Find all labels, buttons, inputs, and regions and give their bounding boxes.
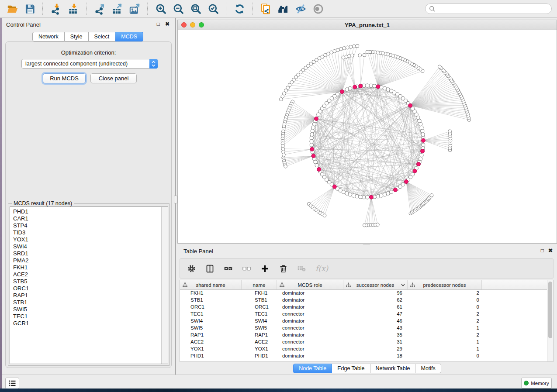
- table-row[interactable]: PHD1PHD1dominator180: [180, 352, 547, 359]
- network-leaf-node[interactable]: [353, 45, 356, 48]
- save-session-icon[interactable]: [23, 2, 36, 15]
- network-node[interactable]: [369, 84, 373, 87]
- network-hub-node[interactable]: [376, 85, 380, 89]
- network-hub-node[interactable]: [422, 138, 426, 142]
- network-node[interactable]: [366, 84, 369, 87]
- open-session-icon[interactable]: [6, 2, 19, 15]
- network-canvas[interactable]: [178, 30, 557, 243]
- network-hub-node[interactable]: [359, 84, 363, 88]
- settings-gear-icon[interactable]: [187, 264, 196, 273]
- network-node[interactable]: [420, 126, 423, 129]
- table-row[interactable]: STB1STB1dominator620: [180, 296, 547, 303]
- network-node[interactable]: [310, 143, 313, 147]
- network-hub-node[interactable]: [317, 168, 321, 172]
- network-node[interactable]: [411, 172, 415, 176]
- network-node[interactable]: [380, 194, 383, 197]
- network-hub-node[interactable]: [408, 103, 412, 107]
- table-row[interactable]: SWI4SWI4dominator462: [180, 317, 547, 324]
- network-node[interactable]: [348, 193, 352, 196]
- column-header-successor-nodes[interactable]: successor nodes: [343, 280, 408, 289]
- vizmapper-icon[interactable]: [294, 2, 307, 15]
- network-leaf-node[interactable]: [279, 98, 283, 101]
- export-network-icon[interactable]: [93, 2, 106, 15]
- table-row[interactable]: TEC1TEC1connector472: [180, 310, 547, 317]
- network-leaf-node[interactable]: [363, 53, 366, 57]
- add-column-icon[interactable]: [260, 264, 270, 273]
- network-leaf-node[interactable]: [339, 48, 343, 51]
- network-leaf-node[interactable]: [282, 153, 286, 156]
- network-node[interactable]: [317, 113, 320, 116]
- close-panel-button[interactable]: Close panel: [90, 73, 137, 83]
- network-leaf-node[interactable]: [336, 48, 339, 52]
- select-all-icon[interactable]: [224, 264, 233, 273]
- network-leaf-node[interactable]: [430, 194, 433, 197]
- column-header-shared-name[interactable]: shared name: [180, 280, 242, 289]
- network-hub-node[interactable]: [340, 90, 344, 94]
- network-hub-node[interactable]: [311, 154, 315, 158]
- zoom-in-icon[interactable]: [154, 2, 167, 15]
- tab-motifs[interactable]: Motifs: [415, 364, 441, 373]
- network-node[interactable]: [420, 154, 423, 157]
- network-node[interactable]: [383, 86, 387, 90]
- network-node[interactable]: [312, 122, 316, 126]
- network-hub-node[interactable]: [353, 85, 357, 89]
- network-leaf-node[interactable]: [323, 214, 326, 217]
- table-row[interactable]: ORC1ORC1dominator610: [180, 303, 547, 310]
- zoom-selected-icon[interactable]: [207, 2, 220, 15]
- splitter-grip[interactable]: [174, 196, 177, 203]
- network-hub-node[interactable]: [421, 149, 425, 153]
- memory-button[interactable]: Memory: [521, 378, 552, 389]
- table-row[interactable]: YOX1YOX1connector291: [180, 345, 547, 352]
- network-node[interactable]: [311, 126, 315, 129]
- mcds-result-list[interactable]: PHD1CAR1STP4TID3YOX1SWI4SRD1PMA2FKH1ACE2…: [10, 206, 168, 364]
- network-graph[interactable]: [178, 30, 557, 243]
- network-node[interactable]: [355, 195, 359, 198]
- mcds-result-scrollbar[interactable]: [161, 207, 168, 364]
- vertical-splitter[interactable]: [174, 18, 177, 375]
- export-table-icon[interactable]: [111, 2, 124, 15]
- network-node[interactable]: [310, 133, 314, 136]
- scrollbar-thumb[interactable]: [548, 282, 552, 338]
- clone-network-icon[interactable]: [259, 2, 272, 15]
- close-table-panel-icon[interactable]: ✖: [548, 248, 553, 254]
- table-row[interactable]: RAP1RAP1dominator352: [180, 331, 547, 338]
- network-hub-node[interactable]: [332, 185, 336, 189]
- find-icon[interactable]: [277, 2, 290, 15]
- column-visibility-icon[interactable]: [205, 264, 214, 273]
- table-row[interactable]: FKH1FKH1dominator962: [180, 289, 547, 296]
- network-leaf-node[interactable]: [358, 54, 362, 57]
- table-row[interactable]: SWI5SWI5connector431: [180, 324, 547, 331]
- network-node[interactable]: [345, 88, 349, 91]
- zoom-out-icon[interactable]: [172, 2, 185, 15]
- network-node[interactable]: [386, 88, 390, 91]
- network-node[interactable]: [366, 196, 369, 199]
- network-leaf-node[interactable]: [356, 44, 359, 48]
- table-body[interactable]: FKH1FKH1dominator962STB1STB1dominator620…: [180, 289, 547, 361]
- table-row[interactable]: ACE2ACE2connector311: [180, 338, 547, 345]
- table-scrollbar[interactable]: [547, 280, 553, 361]
- network-node[interactable]: [315, 163, 318, 167]
- network-node[interactable]: [421, 129, 424, 133]
- network-hub-node[interactable]: [369, 195, 373, 199]
- network-leaf-node[interactable]: [438, 65, 441, 69]
- network-leaf-node[interactable]: [284, 165, 287, 168]
- network-node[interactable]: [422, 143, 425, 147]
- network-hub-node[interactable]: [394, 188, 398, 192]
- network-hub-node[interactable]: [404, 180, 408, 184]
- network-hub-node[interactable]: [413, 169, 417, 173]
- network-hub-node[interactable]: [310, 147, 314, 151]
- network-leaf-node[interactable]: [346, 46, 349, 49]
- float-table-panel-icon[interactable]: □: [541, 248, 544, 254]
- network-node[interactable]: [310, 140, 313, 143]
- network-leaf-node[interactable]: [349, 45, 353, 48]
- network-node[interactable]: [373, 84, 376, 88]
- network-leaf-node[interactable]: [342, 56, 345, 59]
- network-node[interactable]: [310, 136, 313, 140]
- tab-network[interactable]: Network: [32, 32, 65, 41]
- preview-icon[interactable]: [311, 2, 325, 15]
- network-node[interactable]: [311, 129, 314, 133]
- network-hub-node[interactable]: [416, 162, 420, 166]
- export-image-icon[interactable]: [128, 2, 141, 15]
- column-header-name[interactable]: name: [242, 280, 277, 289]
- deselect-all-icon[interactable]: [242, 264, 251, 273]
